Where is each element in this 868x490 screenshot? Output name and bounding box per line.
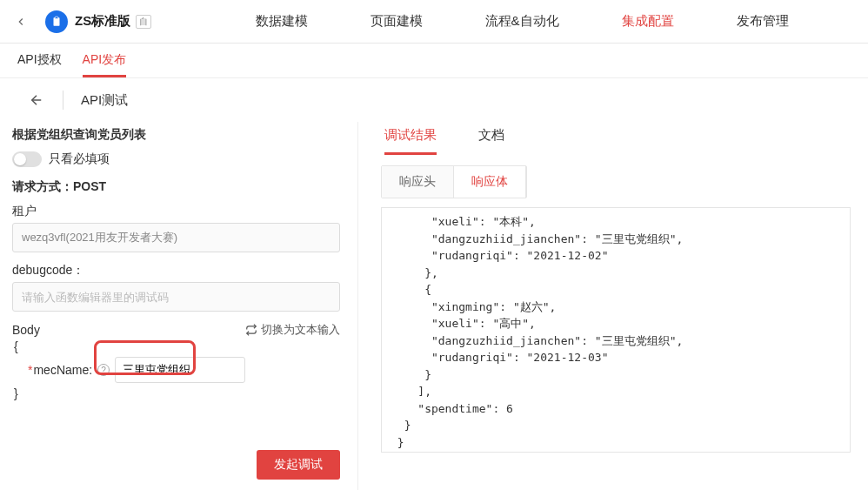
response-tabs: 响应头 响应体 <box>381 165 527 198</box>
brand-name: ZS标准版 <box>75 13 130 30</box>
submit-row: 发起调试 <box>12 440 340 490</box>
subtab-api-publish[interactable]: API发布 <box>83 52 127 77</box>
tab-debug-result[interactable]: 调试结果 <box>384 127 437 155</box>
nav-page-model[interactable]: 页面建模 <box>367 13 426 30</box>
brand: ZS标准版 自 <box>45 10 151 33</box>
open-brace: { <box>12 339 340 353</box>
debugcode-input[interactable] <box>12 282 340 312</box>
only-required-label: 只看必填项 <box>49 151 110 167</box>
clipboard-icon <box>45 10 68 33</box>
nav-flow-automation[interactable]: 流程&自动化 <box>482 13 563 30</box>
nav-data-model[interactable]: 数据建模 <box>252 13 311 30</box>
svg-rect-1 <box>55 17 58 18</box>
body-param-row: * mecName: ? <box>12 357 340 383</box>
mecname-input[interactable] <box>115 357 245 383</box>
close-brace: } <box>12 386 340 400</box>
nav-publish[interactable]: 发布管理 <box>733 13 792 30</box>
request-method: 请求方式：POST <box>12 179 340 195</box>
back-chevron-icon[interactable] <box>10 11 31 32</box>
help-icon[interactable]: ? <box>97 364 110 376</box>
page-head: API测试 <box>0 78 868 122</box>
top-navbar: ZS标准版 自 数据建模 页面建模 流程&自动化 集成配置 发布管理 <box>0 0 868 44</box>
result-tabs: 调试结果 文档 <box>381 127 851 155</box>
api-description: 根据党组织查询党员列表 <box>12 127 340 143</box>
sub-nav: API授权 API发布 <box>0 44 868 78</box>
subtab-api-auth[interactable]: API授权 <box>17 52 62 77</box>
required-star: * <box>28 363 32 377</box>
tab-docs[interactable]: 文档 <box>478 127 504 155</box>
tenant-input[interactable] <box>12 223 340 252</box>
divider <box>63 91 63 110</box>
body-label: Body <box>12 323 40 337</box>
body-param-key: mecName: <box>33 363 92 377</box>
tab-response-headers[interactable]: 响应头 <box>382 166 453 198</box>
only-required-row: 只看必填项 <box>12 151 340 167</box>
page-back-icon[interactable] <box>28 91 45 109</box>
main-panel: 根据党组织查询党员列表 只看必填项 请求方式：POST 租户 debugcode… <box>0 122 868 490</box>
switch-to-text-input[interactable]: 切换为文本输入 <box>245 322 340 338</box>
main-nav: 数据建模 页面建模 流程&自动化 集成配置 发布管理 <box>186 13 858 30</box>
only-required-toggle[interactable] <box>12 151 42 167</box>
page-title: API测试 <box>81 92 128 109</box>
tenant-label: 租户 <box>12 204 340 219</box>
nav-integration-config[interactable]: 集成配置 <box>618 13 678 30</box>
response-panel: 调试结果 文档 响应头 响应体 "xueli": "本科", "dangzuzh… <box>358 122 868 490</box>
response-body-box[interactable]: "xueli": "本科", "dangzuzhiid_jianchen": "… <box>381 207 851 453</box>
swap-icon <box>245 324 257 336</box>
brand-badge: 自 <box>136 15 151 29</box>
submit-debug-button[interactable]: 发起调试 <box>257 450 340 480</box>
request-panel: 根据党组织查询党员列表 只看必填项 请求方式：POST 租户 debugcode… <box>0 122 358 490</box>
body-header: Body 切换为文本输入 <box>12 322 340 338</box>
debugcode-label: debugcode： <box>12 263 340 279</box>
tab-response-body[interactable]: 响应体 <box>453 166 526 198</box>
